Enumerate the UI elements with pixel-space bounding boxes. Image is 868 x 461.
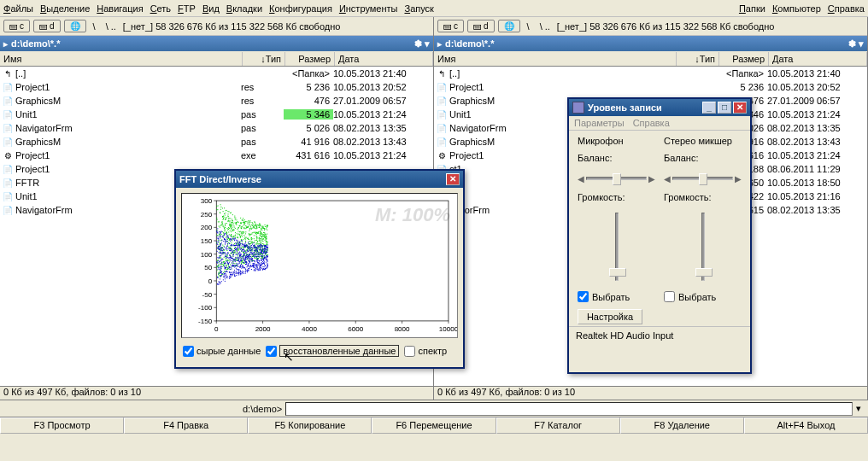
- drive-d-button[interactable]: 🖴 d: [467, 20, 495, 32]
- cmd-input[interactable]: [285, 402, 853, 416]
- svg-rect-1704: [256, 249, 257, 250]
- rec-titlebar[interactable]: Уровень записи _ □ ✕: [569, 99, 750, 116]
- file-size: <Папка>: [284, 68, 333, 79]
- file-row[interactable]: ⚙Project1exe431 61610.05.2013 21:24: [0, 149, 433, 162]
- updir[interactable]: \ ..: [103, 21, 120, 32]
- fn-F3[interactable]: F3 Просмотр: [0, 417, 124, 434]
- svg-rect-695: [219, 242, 220, 242]
- file-row[interactable]: 📄Project15 23610.05.2013 20:52: [434, 80, 867, 94]
- svg-rect-1117: [237, 241, 238, 242]
- svg-rect-1429: [263, 251, 264, 252]
- svg-rect-1656: [240, 243, 241, 244]
- header-date[interactable]: Дата: [335, 52, 433, 66]
- header-type[interactable]: ↓Тип: [243, 52, 285, 66]
- svg-rect-1272: [267, 267, 267, 268]
- header-date[interactable]: Дата: [769, 52, 867, 66]
- header-size[interactable]: Размер: [719, 52, 769, 66]
- close-icon[interactable]: ✕: [446, 173, 460, 185]
- svg-rect-1372: [226, 248, 227, 248]
- file-row[interactable]: 📄Project1res5 23610.05.2013 20:52: [0, 80, 433, 94]
- check-spectrum[interactable]: спектр: [404, 346, 447, 357]
- volume-slider-mic[interactable]: [578, 209, 655, 286]
- menu-FTP[interactable]: FTP: [178, 3, 196, 14]
- file-row[interactable]: 📄GraphicsMpas41 91608.02.2013 13:43: [0, 135, 433, 149]
- check-raw[interactable]: сырые данные: [183, 346, 261, 357]
- select-check-mic[interactable]: Выбрать: [578, 291, 655, 302]
- file-row[interactable]: ↰[..]<Папка>10.05.2013 21:40: [0, 67, 433, 80]
- maximize-icon[interactable]: □: [718, 102, 731, 114]
- file-row[interactable]: 📄NavigatorFrmpas5 02608.02.2013 13:35: [0, 121, 433, 135]
- fn-F6[interactable]: F6 Перемещение: [372, 417, 496, 434]
- volume-slider-stereo[interactable]: [664, 209, 742, 286]
- svg-rect-849: [256, 227, 257, 228]
- svg-rect-54: [218, 277, 219, 277]
- fn-F7[interactable]: F7 Каталог: [496, 417, 620, 434]
- svg-rect-1793: [256, 257, 257, 258]
- menu-Навигация[interactable]: Навигация: [97, 3, 143, 14]
- updir[interactable]: \ ..: [537, 21, 554, 32]
- svg-rect-150: [220, 227, 220, 228]
- fn-F8[interactable]: F8 Удаление: [620, 417, 744, 434]
- fn-F4[interactable]: F4 Правка: [124, 417, 248, 434]
- menu-Компьютер[interactable]: Компьютер: [772, 3, 821, 14]
- svg-rect-326: [220, 270, 220, 271]
- file-row[interactable]: 📄GraphicsMres47627.01.2009 06:57: [0, 94, 433, 108]
- menu-Файлы[interactable]: Файлы: [3, 3, 33, 14]
- minimize-icon[interactable]: _: [702, 102, 716, 114]
- svg-rect-1473: [238, 245, 238, 246]
- menu-Инструменты[interactable]: Инструменты: [339, 3, 398, 14]
- drive-d-button[interactable]: 🖴 d: [33, 20, 61, 32]
- menu-Папки[interactable]: Папки: [739, 3, 765, 14]
- menu-Запуск[interactable]: Запуск: [404, 3, 433, 14]
- svg-rect-911: [227, 239, 228, 240]
- svg-rect-305: [224, 246, 225, 247]
- file-row[interactable]: ↰[..]<Папка>10.05.2013 21:40: [434, 67, 867, 80]
- rec-menu-params[interactable]: Параметры: [574, 118, 625, 128]
- svg-rect-656: [225, 230, 226, 230]
- fn-Alt+F4[interactable]: Alt+F4 Выход: [744, 417, 868, 434]
- svg-rect-1309: [219, 236, 220, 236]
- svg-rect-1128: [260, 267, 261, 268]
- header-type[interactable]: ↓Тип: [677, 52, 719, 66]
- check-restored[interactable]: восстановленные данные: [266, 345, 399, 357]
- menu-Конфигурация[interactable]: Конфигурация: [269, 3, 332, 14]
- svg-rect-702: [222, 216, 223, 217]
- globe-icon[interactable]: 🌐: [498, 20, 520, 32]
- fft-titlebar[interactable]: FFT Direct/Inverse ✕: [176, 171, 463, 188]
- header-size[interactable]: Размер: [285, 52, 335, 66]
- dropdown-icon[interactable]: ✽ ▾: [848, 38, 864, 50]
- balance-slider-mic[interactable]: ◀ ▶: [578, 170, 655, 187]
- file-row[interactable]: 📄Unit1pas5 34610.05.2013 21:24: [0, 108, 433, 121]
- menu-Сеть[interactable]: Сеть: [150, 3, 171, 14]
- svg-rect-1136: [226, 233, 226, 234]
- close-icon[interactable]: ✕: [733, 102, 747, 114]
- svg-rect-1638: [255, 256, 256, 257]
- rec-menu-help[interactable]: Справка: [633, 118, 670, 128]
- drive-bar-right: 🖴 c 🖴 d 🌐 \ \ .. [_нет_] 58 326 676 Кб и…: [434, 17, 867, 36]
- fn-F5[interactable]: F5 Копирование: [248, 417, 372, 434]
- setup-button[interactable]: Настройка: [578, 309, 642, 324]
- svg-rect-1108: [242, 271, 243, 271]
- svg-rect-1509: [262, 266, 263, 267]
- drive-c-button[interactable]: 🖴 c: [437, 20, 464, 32]
- globe-icon[interactable]: 🌐: [64, 20, 86, 32]
- svg-rect-235: [225, 224, 226, 225]
- svg-rect-1778: [229, 250, 230, 251]
- menu-Вид[interactable]: Вид: [202, 3, 220, 14]
- header-name[interactable]: Имя: [434, 52, 677, 66]
- svg-rect-1722: [248, 258, 249, 259]
- svg-rect-1755: [257, 248, 258, 249]
- svg-rect-1517: [234, 265, 235, 266]
- dropdown-icon[interactable]: ▾: [853, 403, 865, 414]
- menu-Справка[interactable]: Справка: [828, 3, 865, 14]
- select-check-stereo[interactable]: Выбрать: [664, 291, 742, 302]
- menu-Выделение[interactable]: Выделение: [40, 3, 90, 14]
- file-date: 08.02.2013 13:43: [767, 137, 865, 147]
- balance-slider-stereo[interactable]: ◀ ▶: [664, 170, 742, 187]
- drive-c-button[interactable]: 🖴 c: [3, 20, 30, 32]
- svg-rect-508: [260, 224, 261, 225]
- header-name[interactable]: Имя: [0, 52, 243, 66]
- dropdown-icon[interactable]: ✽ ▾: [414, 38, 430, 50]
- svg-rect-827: [267, 243, 267, 244]
- menu-Вкладки[interactable]: Вкладки: [226, 3, 262, 14]
